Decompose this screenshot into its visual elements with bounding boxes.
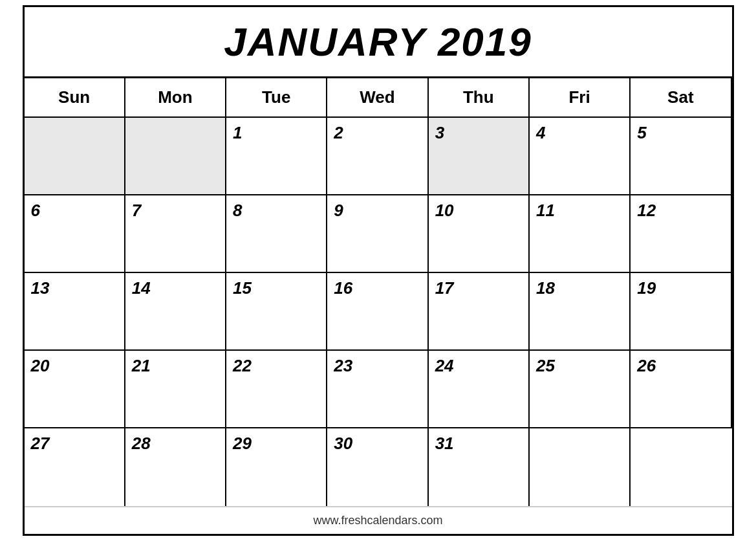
- calendar-grid: SunMonTueWedThuFriSat1234567891011121314…: [25, 78, 732, 506]
- day-cell: 17: [429, 273, 530, 351]
- day-cell: [25, 118, 125, 195]
- day-number: 21: [132, 356, 151, 375]
- day-header-sat: Sat: [631, 78, 731, 118]
- day-number: 17: [435, 278, 454, 298]
- day-cell: 23: [327, 351, 428, 428]
- day-number: 7: [132, 201, 141, 220]
- day-number: 18: [536, 278, 555, 298]
- day-number: 25: [536, 356, 555, 375]
- day-number: 28: [132, 434, 151, 453]
- day-cell: 10: [429, 195, 530, 273]
- day-number: 2: [334, 123, 343, 142]
- day-cell: 14: [125, 273, 226, 351]
- day-cell: [125, 118, 226, 195]
- day-number: 11: [536, 201, 555, 220]
- day-header-tue: Tue: [226, 78, 327, 118]
- day-number: 6: [31, 201, 40, 220]
- day-number: 12: [637, 201, 656, 220]
- day-number: 22: [233, 356, 252, 375]
- day-cell: 25: [530, 351, 631, 428]
- day-number: 4: [536, 123, 545, 142]
- day-header-sun: Sun: [25, 78, 125, 118]
- day-cell: 24: [429, 351, 530, 428]
- day-number: 30: [334, 434, 352, 453]
- day-number: 26: [637, 356, 656, 375]
- day-cell: 31: [429, 428, 530, 506]
- day-cell: 6: [25, 195, 125, 273]
- day-cell: 30: [327, 428, 428, 506]
- day-cell: 21: [125, 351, 226, 428]
- day-cell: 22: [226, 351, 327, 428]
- calendar-title: JANUARY 2019: [25, 7, 732, 78]
- day-number: 5: [637, 123, 646, 142]
- day-header-mon: Mon: [125, 78, 226, 118]
- day-cell: 4: [530, 118, 631, 195]
- calendar-footer: www.freshcalendars.com: [25, 506, 732, 534]
- day-number: 14: [132, 278, 151, 298]
- day-number: 1: [233, 123, 242, 142]
- day-number: 23: [334, 356, 352, 375]
- day-header-wed: Wed: [327, 78, 428, 118]
- day-number: 16: [334, 278, 352, 298]
- day-cell: 27: [25, 428, 125, 506]
- day-number: 9: [334, 201, 343, 220]
- day-number: 15: [233, 278, 252, 298]
- day-cell: 29: [226, 428, 327, 506]
- day-cell: 2: [327, 118, 428, 195]
- day-cell: 5: [631, 118, 731, 195]
- day-cell: 26: [631, 351, 731, 428]
- day-cell: 8: [226, 195, 327, 273]
- day-cell: 19: [631, 273, 731, 351]
- day-cell: 15: [226, 273, 327, 351]
- day-cell: 18: [530, 273, 631, 351]
- day-cell: [530, 428, 631, 506]
- day-cell: 20: [25, 351, 125, 428]
- day-number: 20: [31, 356, 50, 375]
- day-number: 24: [435, 356, 454, 375]
- day-number: 27: [31, 434, 50, 453]
- calendar-container: JANUARY 2019 SunMonTueWedThuFriSat123456…: [23, 5, 734, 536]
- day-number: 29: [233, 434, 252, 453]
- day-number: 13: [31, 278, 50, 298]
- day-cell: 28: [125, 428, 226, 506]
- day-cell: 9: [327, 195, 428, 273]
- day-number: 10: [435, 201, 454, 220]
- day-number: 3: [435, 123, 444, 142]
- day-cell: 1: [226, 118, 327, 195]
- day-number: 31: [435, 434, 454, 453]
- day-header-thu: Thu: [429, 78, 530, 118]
- day-cell: 16: [327, 273, 428, 351]
- day-number: 8: [233, 201, 242, 220]
- day-cell: 7: [125, 195, 226, 273]
- day-header-fri: Fri: [530, 78, 631, 118]
- day-cell: [631, 428, 731, 506]
- day-cell: 11: [530, 195, 631, 273]
- day-cell: 12: [631, 195, 731, 273]
- day-cell: 13: [25, 273, 125, 351]
- day-cell: 3: [429, 118, 530, 195]
- day-number: 19: [637, 278, 656, 298]
